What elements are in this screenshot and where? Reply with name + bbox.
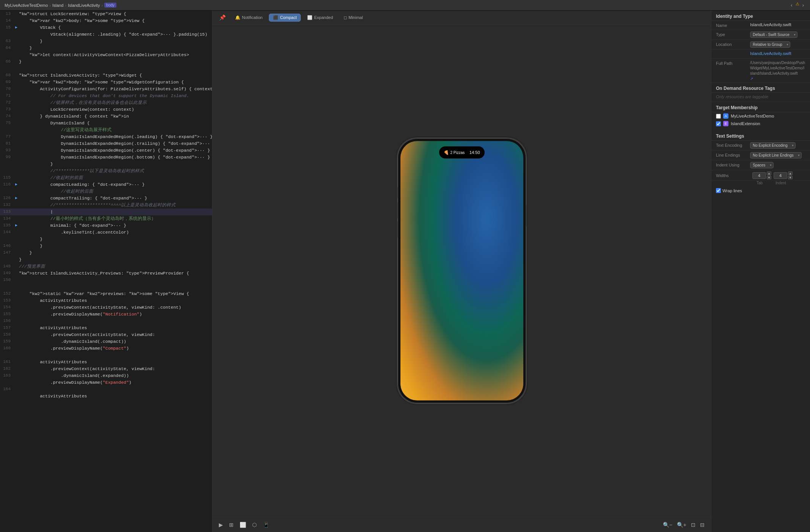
target1-label: MyLiveActiveTestDemo bbox=[731, 114, 774, 118]
layout-button[interactable]: ⊞ bbox=[227, 521, 235, 529]
tab-spinner: ▲ ▼ bbox=[767, 171, 771, 179]
tab-sublabel: Tab bbox=[750, 181, 769, 185]
line-number: 150 bbox=[0, 277, 14, 284]
line-indicator bbox=[14, 297, 19, 304]
line-indicator[interactable]: ▶ bbox=[14, 195, 19, 202]
line-number bbox=[0, 127, 14, 133]
preview-content: 🍕 2 Pizzas 14:50 bbox=[212, 25, 711, 517]
nav-forward-button[interactable]: › bbox=[801, 2, 805, 9]
line-indicator bbox=[14, 147, 19, 154]
share-button[interactable]: ⬡ bbox=[250, 521, 259, 529]
line-content: } bbox=[19, 243, 212, 250]
tab-field: ▲ ▼ bbox=[752, 171, 771, 179]
line-number: 164 bbox=[0, 386, 14, 393]
target2-checkbox[interactable] bbox=[716, 121, 721, 126]
line-indicator bbox=[14, 229, 19, 236]
tab-down-button[interactable]: ▼ bbox=[767, 176, 771, 179]
expanded-tab[interactable]: ⬜ Expanded bbox=[303, 14, 337, 22]
qr-button[interactable]: ⬜ bbox=[238, 521, 248, 529]
indent-select[interactable]: Spaces bbox=[750, 162, 774, 168]
wrap-lines-checkbox[interactable] bbox=[716, 188, 721, 193]
fullpath-row: Full Path /Users/yanjinquan/Desktop/Push… bbox=[711, 59, 810, 83]
line-indicator bbox=[14, 45, 19, 52]
indent-select-wrapper[interactable]: Spaces bbox=[750, 162, 774, 168]
pin-button[interactable]: 📌 bbox=[216, 13, 229, 22]
dynamic-island-content: 🍕 2 Pizzas bbox=[444, 150, 465, 155]
wrap-lines-label: Wrap lines bbox=[722, 188, 742, 193]
warning-icon: ⚠ bbox=[796, 2, 799, 9]
compact-tab[interactable]: ⬛ Compact bbox=[269, 14, 301, 22]
nav-back-button[interactable]: ‹ bbox=[789, 2, 794, 9]
code-line: 126▶ compactTrailing: { "dot-expand">···… bbox=[0, 195, 212, 202]
inspector-panel: Identity and Type Name IslandLiveActivit… bbox=[711, 11, 810, 532]
indent-input[interactable] bbox=[774, 172, 787, 179]
line-indicator bbox=[14, 379, 19, 386]
location-select-wrapper[interactable]: Relative to Group bbox=[750, 41, 790, 48]
encoding-select-wrapper[interactable]: No Explicit Encoding bbox=[750, 142, 796, 149]
app-icon: A bbox=[723, 113, 728, 119]
zoom-out-button[interactable]: 🔍− bbox=[661, 521, 674, 529]
location-label: Location bbox=[716, 41, 750, 47]
zoom-in-button[interactable]: 🔍+ bbox=[675, 521, 688, 529]
code-line: 115 //收起时的前面 bbox=[0, 174, 212, 181]
line-indicator bbox=[14, 263, 19, 270]
line-content: VStack { bbox=[19, 24, 212, 31]
encoding-select[interactable]: No Explicit Encoding bbox=[750, 142, 796, 149]
pizza-label: 2 Pizzas bbox=[451, 151, 465, 155]
open-in-finder-icon[interactable]: ↗ bbox=[750, 77, 753, 81]
folder-name: Island bbox=[52, 3, 63, 8]
line-content: compactLeading: { "dot-expand">··· } bbox=[19, 181, 212, 188]
line-content: LockScreenView(context: context) bbox=[19, 106, 212, 113]
compact-icon: ⬛ bbox=[273, 15, 278, 20]
zoom-fit-button[interactable]: ⊡ bbox=[689, 521, 697, 529]
notification-tab[interactable]: 🔔 Notification bbox=[231, 14, 267, 22]
code-line: //*************以下是灵动岛收起时的样式 bbox=[0, 168, 212, 174]
code-line: } bbox=[0, 256, 212, 263]
line-number: 154 bbox=[0, 304, 14, 311]
line-indicator bbox=[14, 93, 19, 99]
line-indicator bbox=[14, 304, 19, 311]
target1-checkbox[interactable] bbox=[716, 114, 721, 119]
widths-row: Widths ▲ ▼ ▲ ▼ bbox=[711, 170, 810, 181]
line-number: 64 bbox=[0, 45, 14, 52]
line-endings-select[interactable]: No Explicit Line Endings bbox=[750, 152, 802, 159]
device-button[interactable]: 📱 bbox=[261, 521, 271, 529]
app-name: MyLiveActiveTestDemo bbox=[5, 3, 48, 8]
code-line: 148///预览界面 bbox=[0, 263, 212, 270]
line-content bbox=[19, 352, 212, 359]
line-content: "kw">var "kw2">body: "kw">some "type">Wi… bbox=[19, 79, 212, 86]
type-select[interactable]: Default - Swift Source bbox=[750, 31, 797, 38]
phone-vol-down-button bbox=[397, 221, 398, 237]
code-line: 68"kw">struct IslandLiveActivity: "type"… bbox=[0, 72, 212, 79]
line-number: 144 bbox=[0, 229, 14, 236]
line-content: | bbox=[19, 209, 212, 215]
indent-up-button[interactable]: ▲ bbox=[788, 171, 793, 175]
location-select[interactable]: Relative to Group bbox=[750, 41, 790, 48]
code-line: 70 ActivityConfiguration(for: PizzaDeliv… bbox=[0, 86, 212, 93]
minimal-tab[interactable]: ◻ Minimal bbox=[339, 14, 367, 22]
line-indicator[interactable]: ▶ bbox=[14, 222, 19, 229]
time-display: 14:50 bbox=[469, 150, 480, 155]
indent-down-button[interactable]: ▼ bbox=[788, 176, 793, 179]
code-line: 163 .dynamicIsland(.expanded)) bbox=[0, 372, 212, 379]
line-content: DynamicIslandExpandedRegion(.leading) { … bbox=[19, 133, 212, 140]
line-indicator[interactable]: ▶ bbox=[14, 181, 19, 188]
body-label: body bbox=[104, 3, 116, 8]
code-line: 159 .dynamicIsland(.compact)) bbox=[0, 338, 212, 345]
line-indicator[interactable]: ▶ bbox=[14, 24, 19, 31]
tab-up-button[interactable]: ▲ bbox=[767, 171, 771, 175]
play-button[interactable]: ▶ bbox=[217, 521, 225, 529]
inspector-title: Identity and Type bbox=[711, 11, 810, 21]
type-value: Default - Swift Source bbox=[750, 31, 805, 38]
code-line bbox=[0, 65, 212, 72]
code-line: 154 .previewContext(activityState, viewK… bbox=[0, 304, 212, 311]
type-select-wrapper[interactable]: Default - Swift Source bbox=[750, 31, 797, 38]
zoom-fill-button[interactable]: ⊟ bbox=[698, 521, 706, 529]
line-endings-select-wrapper[interactable]: No Explicit Line Endings bbox=[750, 152, 802, 159]
line-number: 133 bbox=[0, 209, 14, 215]
tab-input[interactable] bbox=[752, 172, 766, 179]
code-line: 156 bbox=[0, 318, 212, 325]
line-indicator bbox=[14, 331, 19, 338]
text-encoding-value: No Explicit Encoding bbox=[750, 142, 805, 149]
name-row: Name IslandLiveActivity.swift bbox=[711, 21, 810, 30]
